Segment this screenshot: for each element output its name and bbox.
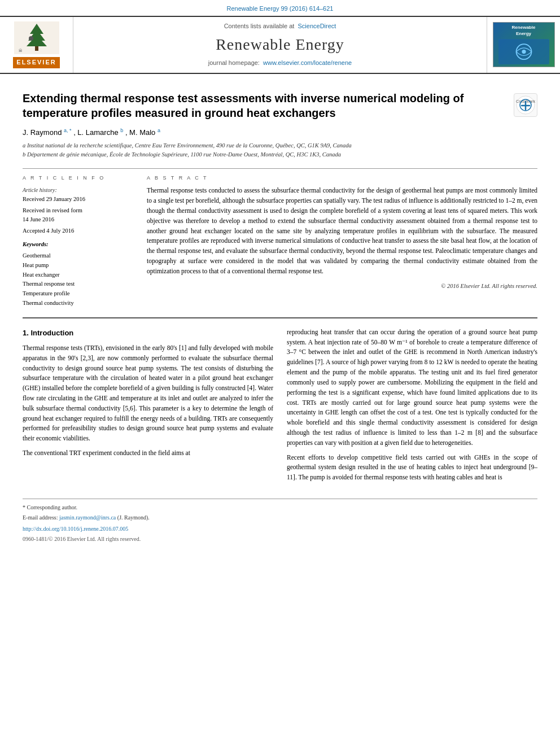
journal-name-section: Contents lists available at ScienceDirec… <box>73 17 487 73</box>
journal-logo-section: RenewableEnergy <box>487 17 560 73</box>
homepage-label: journal homepage: <box>208 59 260 66</box>
affiliation-a: a Institut national de la recherche scie… <box>23 141 537 150</box>
homepage-link[interactable]: www.elsevier.com/locate/renene <box>263 59 352 66</box>
intro-section-title: 1. Introduction <box>23 327 273 339</box>
doi-line: http://dx.doi.org/10.1016/j.renene.2016.… <box>23 525 537 533</box>
keyword-6: Thermal conductivity <box>23 299 135 308</box>
author2-affil: b <box>120 128 123 133</box>
received-info: Received 29 January 2016 <box>23 195 135 204</box>
intro-right-para2: Recent efforts to develop competitive fi… <box>287 453 537 483</box>
received-date: 29 January 2016 <box>46 196 85 202</box>
body-col-left: 1. Introduction Thermal response tests (… <box>23 327 273 487</box>
elsevier-tree-icon: 🏛 <box>14 21 59 54</box>
received-revised-date: 14 June 2016 <box>23 216 54 222</box>
main-content: Extending thermal response test assessme… <box>0 74 560 557</box>
authors-line: J. Raymond a, * , L. Lamarche b , M. Mal… <box>23 127 537 138</box>
body-divider <box>23 317 537 318</box>
keyword-4: Thermal response test <box>23 279 135 289</box>
intro-para2: The conventional TRT experiment conducte… <box>23 448 273 458</box>
sciencedirect-link[interactable]: ScienceDirect <box>298 23 336 29</box>
journal-header: 🏛 ELSEVIER Contents lists available at S… <box>0 16 560 74</box>
elsevier-logo-section: 🏛 ELSEVIER <box>0 17 73 73</box>
author3-affil: a <box>158 128 160 133</box>
affiliation-b: b Département de génie mécanique, École … <box>23 150 537 159</box>
contents-available-line: Contents lists available at ScienceDirec… <box>224 22 336 30</box>
email-link[interactable]: jasmin.raymond@inrs.ca <box>59 514 116 521</box>
doi-link[interactable]: http://dx.doi.org/10.1016/j.renene.2016.… <box>23 526 128 532</box>
author2-name: , L. Lamarche <box>73 128 120 137</box>
keyword-5: Temperature profile <box>23 289 135 299</box>
svg-point-5 <box>29 36 33 41</box>
accepted-info: Accepted 4 July 2016 <box>23 226 135 235</box>
history-label: Article history: <box>23 186 135 195</box>
article-history: Article history: Received 29 January 201… <box>23 186 135 235</box>
crossmark-badge: CrossMark <box>514 93 537 117</box>
corresponding-author: * Corresponding author. <box>23 504 537 512</box>
email-suffix: (J. Raymond). <box>117 514 150 521</box>
intro-para1: Thermal response tests (TRTs), envisione… <box>23 343 273 444</box>
issn-line: 0960-1481/© 2016 Elsevier Ltd. All right… <box>23 535 537 543</box>
email-label: E-mail address: <box>23 514 58 521</box>
re-logo-small: RenewableEnergy <box>493 22 555 67</box>
abstract-text: Thermal response tests conducted to asse… <box>147 186 537 276</box>
top-bar: Renewable Energy 99 (2016) 614–621 <box>0 0 560 16</box>
body-section: 1. Introduction Thermal response tests (… <box>23 327 537 487</box>
intro-number: 1. <box>23 329 29 337</box>
affiliations: a Institut national de la recherche scie… <box>23 141 537 159</box>
accepted-date: 4 July 2016 <box>46 228 74 234</box>
abstract-header: A B S T R A C T <box>147 174 537 182</box>
svg-point-9 <box>522 50 526 54</box>
copyright-line: © 2016 Elsevier Ltd. All rights reserved… <box>147 282 537 291</box>
title-section: Extending thermal response test assessme… <box>23 85 537 120</box>
re-logo-image <box>498 39 549 64</box>
received-label: Received <box>23 196 45 202</box>
author1-name: J. Raymond <box>23 128 64 137</box>
email-line: E-mail address: jasmin.raymond@inrs.ca (… <box>23 514 537 522</box>
keyword-3: Heat exchanger <box>23 270 135 280</box>
author1-affil: a, * <box>64 128 72 133</box>
homepage-line: journal homepage: www.elsevier.com/locat… <box>208 59 352 67</box>
contents-text: Contents lists available at <box>224 23 295 29</box>
footnotes: * Corresponding author. E-mail address: … <box>23 499 537 543</box>
crossmark-icon: CrossMark <box>515 95 536 115</box>
elsevier-logo: 🏛 ELSEVIER <box>13 21 59 68</box>
abstract-col: A B S T R A C T Thermal response tests c… <box>147 174 537 308</box>
journal-ref-link[interactable]: Renewable Energy 99 (2016) 614–621 <box>227 5 334 12</box>
author3-name: , M. Malo <box>125 128 158 137</box>
intro-right-para1: reproducing heat transfer that can occur… <box>287 327 537 448</box>
keywords-label: Keywords: <box>23 241 135 249</box>
crossmark-area: CrossMark <box>509 91 537 117</box>
received-revised-info: Received in revised form 14 June 2016 <box>23 206 135 224</box>
received-revised-label: Received in revised form <box>23 207 82 213</box>
divider-1 <box>23 168 537 169</box>
intro-title: Introduction <box>30 329 73 337</box>
info-abstract-section: A R T I C L E I N F O Article history: R… <box>23 174 537 308</box>
article-title: Extending thermal response test assessme… <box>23 91 509 120</box>
corresponding-label: * Corresponding author. <box>23 504 77 510</box>
keyword-1: Geothermal <box>23 251 135 261</box>
keyword-2: Heat pump <box>23 261 135 270</box>
elsevier-brand-text: ELSEVIER <box>13 57 59 68</box>
accepted-label: Accepted <box>23 228 45 234</box>
svg-text:🏛: 🏛 <box>19 48 23 53</box>
body-col-right: reproducing heat transfer that can occur… <box>287 327 537 487</box>
journal-title: Renewable Energy <box>216 33 344 55</box>
keywords-section: Keywords: Geothermal Heat pump Heat exch… <box>23 241 135 308</box>
article-info-col: A R T I C L E I N F O Article history: R… <box>23 174 135 308</box>
article-info-header: A R T I C L E I N F O <box>23 174 135 182</box>
